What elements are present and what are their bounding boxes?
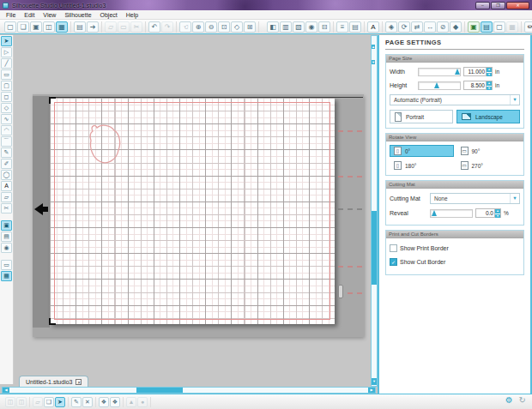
landscape-button[interactable]: Landscape bbox=[456, 110, 520, 123]
save-icon[interactable]: ▣ bbox=[30, 21, 42, 33]
reveal-input[interactable]: 0.0 ▲▼ bbox=[475, 208, 501, 218]
text-tool-icon[interactable]: A bbox=[1, 181, 12, 191]
registration-marks-icon[interactable]: ▦ bbox=[506, 21, 518, 33]
page-settings-icon[interactable]: ▤ bbox=[481, 21, 493, 33]
transform-icon[interactable]: ◈ bbox=[385, 21, 397, 33]
design-view-icon[interactable]: ▣ bbox=[1, 220, 12, 231]
line-color-icon[interactable]: ▥ bbox=[280, 21, 292, 33]
note-tool-icon[interactable]: ▱ bbox=[1, 192, 12, 202]
height-slider[interactable] bbox=[418, 81, 461, 90]
grid-settings-icon[interactable]: ▢ bbox=[493, 21, 505, 33]
offset-icon[interactable]: ◆ bbox=[450, 21, 462, 33]
menu-item[interactable]: File bbox=[2, 12, 20, 18]
distribute-icon[interactable]: ▤ bbox=[349, 21, 361, 33]
menu-item[interactable]: Object bbox=[96, 12, 122, 18]
zoom-in-icon[interactable]: ⊕ bbox=[192, 21, 204, 33]
tab-close-icon[interactable]: ✕ bbox=[76, 379, 82, 385]
bring-to-front-icon[interactable]: ▲ bbox=[126, 397, 136, 407]
show-cut-border-checkbox[interactable]: ✓ bbox=[390, 258, 397, 266]
ellipse-tool-icon[interactable]: ◯ bbox=[1, 170, 12, 180]
draw-tool-icon[interactable]: ✎ bbox=[1, 147, 12, 158]
undo-icon[interactable]: ↶ bbox=[148, 21, 160, 33]
width-slider[interactable] bbox=[418, 68, 461, 76]
redo-icon[interactable]: ↷ bbox=[161, 21, 173, 33]
line-style-icon[interactable]: ▧ bbox=[293, 21, 305, 33]
drawn-shape[interactable] bbox=[86, 122, 125, 170]
opacity-icon[interactable]: ◉ bbox=[305, 21, 317, 33]
maximize-button[interactable]: ❐ bbox=[491, 2, 505, 9]
menu-item[interactable]: Help bbox=[122, 12, 142, 18]
group-icon[interactable]: ◫ bbox=[5, 397, 15, 407]
gear-icon[interactable]: ⚙ bbox=[505, 395, 513, 405]
zoom-out-icon[interactable]: ⊖ bbox=[205, 21, 217, 33]
shadow-icon[interactable]: ⊟ bbox=[318, 21, 330, 33]
rotate-270-button[interactable]: ▭ 270° bbox=[456, 159, 521, 171]
edit-points-icon[interactable]: ✎ bbox=[71, 397, 82, 407]
page[interactable] bbox=[50, 98, 335, 324]
horizontal-scrollbar[interactable]: ◀ ▶ bbox=[2, 387, 376, 394]
subtract-icon[interactable]: ❖ bbox=[110, 397, 120, 407]
send-to-silhouette-icon[interactable]: ➔ bbox=[87, 21, 99, 33]
scroll-left-icon[interactable]: ◀ bbox=[3, 388, 9, 393]
reveal-slider[interactable] bbox=[430, 209, 473, 218]
scroll-up-icon[interactable]: ▲ bbox=[372, 45, 375, 49]
edit-points-tool-icon[interactable]: ▷ bbox=[1, 47, 12, 57]
minimize-button[interactable]: – bbox=[475, 2, 490, 9]
vertical-scroll-thumb[interactable] bbox=[372, 211, 377, 285]
print-icon[interactable]: ▤ bbox=[74, 21, 86, 33]
ungroup-icon[interactable]: ◫ bbox=[16, 397, 27, 407]
eraser-tool-icon[interactable]: ✂ bbox=[1, 203, 12, 214]
cutting-mat-dropdown[interactable]: None ▼ bbox=[430, 193, 520, 204]
line-tool-icon[interactable]: ╱ bbox=[1, 58, 12, 69]
save-as-icon[interactable]: ◫ bbox=[43, 21, 55, 33]
curve-shape-tool-icon[interactable]: ⌒ bbox=[1, 136, 12, 147]
portrait-button[interactable]: Portrait bbox=[390, 110, 453, 123]
drag-zoom-icon[interactable]: ◇ bbox=[231, 21, 243, 33]
reveal-stepper[interactable]: ▲▼ bbox=[494, 209, 500, 217]
width-stepper[interactable]: ▲▼ bbox=[486, 68, 492, 75]
preview-icon[interactable]: ▭ bbox=[1, 260, 12, 270]
menu-item[interactable]: Silhouette bbox=[60, 12, 95, 18]
select-all-icon[interactable]: ➤ bbox=[55, 397, 65, 407]
align-icon[interactable]: ≡ bbox=[336, 21, 348, 33]
replicate-icon[interactable]: ⇄ bbox=[411, 21, 423, 33]
fit-to-window-icon[interactable]: ⊞ bbox=[244, 21, 256, 33]
width-input[interactable]: 11.000 ▲▼ bbox=[463, 67, 493, 76]
rotate-0-button[interactable]: ▯ 0° bbox=[390, 145, 454, 157]
fill-color-icon[interactable]: ◧ bbox=[267, 21, 279, 33]
rotate-icon[interactable]: ⟳ bbox=[398, 21, 410, 33]
select-tool-icon[interactable]: ➤ bbox=[1, 36, 12, 46]
reveal-value[interactable]: 0.0 bbox=[476, 209, 494, 217]
pan-icon[interactable]: ☜ bbox=[179, 21, 191, 33]
copy-icon[interactable]: ▱ bbox=[105, 21, 117, 33]
document-tab[interactable]: Untitled-1.studio3 ✕ bbox=[19, 376, 88, 387]
rounded-rectangle-tool-icon[interactable]: ▢ bbox=[1, 81, 12, 91]
page-size-dropdown[interactable]: Automatic (Portrait) ▼ bbox=[390, 94, 520, 105]
height-value[interactable]: 8.500 bbox=[464, 81, 486, 89]
smooth-draw-tool-icon[interactable]: ✐ bbox=[1, 159, 12, 169]
open-icon[interactable]: ❏ bbox=[17, 21, 29, 33]
height-input[interactable]: 8.500 ▲▼ bbox=[463, 81, 493, 90]
rotate-90-button[interactable]: ▭ 90° bbox=[456, 145, 521, 157]
store-view-icon[interactable]: ◉ bbox=[1, 243, 12, 253]
copy-selection-icon[interactable]: ▱ bbox=[33, 397, 43, 407]
mat-preview-icon[interactable]: ▦ bbox=[1, 271, 12, 281]
weld-icon[interactable]: ❖ bbox=[99, 397, 109, 407]
rotate-180-button[interactable]: ▯ 180° bbox=[390, 159, 454, 171]
arc-tool-icon[interactable]: ◠ bbox=[1, 125, 12, 135]
zoom-selection-icon[interactable]: ⊡ bbox=[218, 21, 230, 33]
chevron-down-icon[interactable]: ▼ bbox=[510, 194, 519, 203]
trace-icon[interactable]: ▣ bbox=[468, 21, 480, 33]
chevron-down-icon[interactable]: ▼ bbox=[510, 95, 519, 105]
library-view-icon[interactable]: ▤ bbox=[1, 232, 12, 242]
polygon-tool-icon[interactable]: ◇ bbox=[1, 103, 12, 113]
duplicate-icon[interactable]: ❏ bbox=[44, 397, 54, 407]
vertical-scrollbar[interactable]: ▲ ▼ ▼ bbox=[371, 35, 378, 387]
text-style-icon[interactable]: A bbox=[367, 21, 379, 33]
horizontal-scroll-thumb[interactable] bbox=[136, 388, 183, 393]
height-stepper[interactable]: ▲▼ bbox=[486, 81, 492, 89]
show-print-border-checkbox[interactable] bbox=[390, 244, 397, 252]
refresh-icon[interactable]: ↻ bbox=[519, 395, 526, 405]
paste-icon[interactable]: ▭ bbox=[118, 21, 130, 33]
send-to-back-icon[interactable]: ● bbox=[137, 397, 148, 407]
